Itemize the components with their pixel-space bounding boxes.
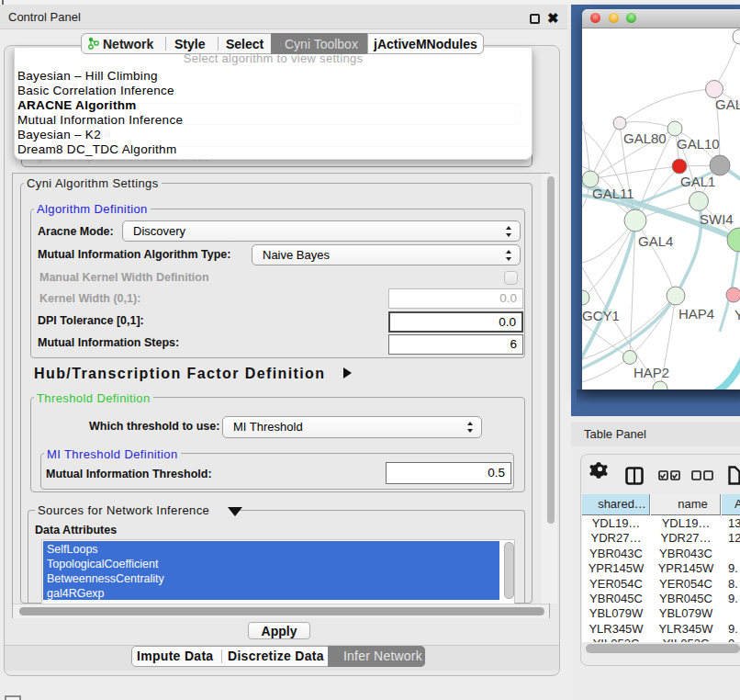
svg-text:HAP4: HAP4 (678, 306, 714, 322)
svg-text:Y: Y (734, 307, 740, 322)
svg-text:GAL7: GAL7 (715, 96, 740, 112)
svg-text:GAL4: GAL4 (638, 233, 673, 249)
svg-text:HAP2: HAP2 (633, 365, 669, 380)
svg-text:GAL10: GAL10 (677, 136, 720, 152)
svg-text:GCY1: GCY1 (582, 308, 620, 323)
svg-text:GAL1: GAL1 (680, 174, 715, 189)
svg-text:GAL80: GAL80 (623, 130, 667, 146)
svg-text:GAL11: GAL11 (592, 186, 634, 201)
svg-text:SWI4: SWI4 (700, 211, 734, 227)
